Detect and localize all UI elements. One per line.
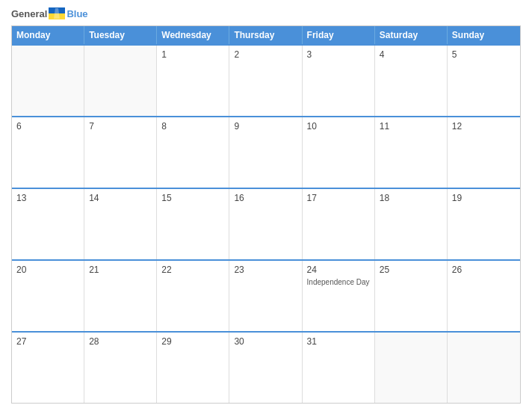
calendar-cell: 23 — [229, 261, 302, 331]
calendar-cell: 5 — [448, 46, 520, 116]
day-number: 20 — [16, 265, 79, 275]
day-number: 19 — [452, 193, 516, 203]
day-number: 27 — [16, 336, 79, 347]
day-number: 31 — [307, 336, 370, 347]
day-number: 2 — [234, 49, 297, 60]
day-number: 25 — [380, 265, 442, 275]
calendar-cell — [448, 333, 520, 403]
logo-general-text: General — [11, 8, 47, 19]
calendar-cell: 11 — [375, 117, 448, 188]
day-number: 11 — [380, 121, 442, 132]
logo: General Blue — [11, 7, 88, 19]
calendar-cell: 29 — [157, 333, 229, 403]
day-number: 30 — [234, 336, 297, 347]
calendar-cell: 15 — [157, 189, 229, 259]
calendar-header-sunday: Sunday — [448, 26, 520, 44]
calendar-header-tuesday: Tuesday — [84, 26, 157, 44]
day-number: 4 — [380, 49, 442, 60]
calendar-cell: 22 — [157, 261, 229, 331]
calendar-week-5: 2728293031 — [12, 331, 520, 403]
calendar-week-1: 12345 — [12, 44, 520, 116]
day-number: 10 — [307, 121, 370, 132]
calendar-cell: 26 — [448, 261, 520, 331]
calendar-cell: 2 — [229, 46, 302, 116]
calendar-header-row: MondayTuesdayWednesdayThursdayFridaySatu… — [12, 26, 520, 44]
calendar-cell: 28 — [84, 333, 157, 403]
calendar-cell: 12 — [448, 117, 520, 188]
calendar-cell: 16 — [229, 189, 302, 259]
calendar-cell: 27 — [12, 333, 84, 403]
logo-flag-icon — [49, 7, 65, 19]
calendar-cell: 13 — [12, 189, 84, 259]
calendar-header-monday: Monday — [12, 26, 84, 44]
day-number: 18 — [380, 193, 442, 203]
logo-blue-text: Blue — [66, 8, 87, 19]
calendar-week-4: 2021222324Independence Day2526 — [12, 259, 520, 331]
day-number: 7 — [89, 121, 152, 132]
day-number: 1 — [161, 49, 224, 60]
calendar-week-2: 6789101112 — [12, 116, 520, 188]
calendar-cell: 9 — [229, 117, 302, 188]
calendar-cell: 10 — [303, 117, 375, 188]
day-number: 14 — [89, 193, 152, 203]
calendar-week-3: 13141516171819 — [12, 188, 520, 259]
day-number: 8 — [161, 121, 224, 132]
calendar-page: General Blue MondayTuesdayWednesdayThurs… — [0, 0, 532, 411]
calendar-cell — [375, 333, 448, 403]
header: General Blue — [11, 7, 521, 19]
day-number: 21 — [89, 265, 152, 275]
calendar-event: Independence Day — [307, 278, 370, 286]
calendar-body: 123456789101112131415161718192021222324I… — [12, 44, 520, 403]
calendar-cell: 17 — [303, 189, 375, 259]
day-number: 6 — [16, 121, 79, 132]
day-number: 28 — [89, 336, 152, 347]
calendar: MondayTuesdayWednesdayThursdayFridaySatu… — [11, 25, 521, 404]
calendar-cell: 31 — [303, 333, 375, 403]
calendar-cell: 21 — [84, 261, 157, 331]
calendar-cell: 30 — [229, 333, 302, 403]
day-number: 24 — [307, 265, 370, 275]
day-number: 16 — [234, 193, 297, 203]
calendar-cell: 6 — [12, 117, 84, 188]
day-number: 12 — [452, 121, 516, 132]
calendar-cell: 3 — [303, 46, 375, 116]
calendar-header-thursday: Thursday — [229, 26, 302, 44]
day-number: 22 — [161, 265, 224, 275]
day-number: 9 — [234, 121, 297, 132]
calendar-cell: 14 — [84, 189, 157, 259]
day-number: 29 — [161, 336, 224, 347]
calendar-cell: 19 — [448, 189, 520, 259]
calendar-header-saturday: Saturday — [375, 26, 448, 44]
day-number: 5 — [452, 49, 516, 60]
day-number: 17 — [307, 193, 370, 203]
calendar-cell: 20 — [12, 261, 84, 331]
calendar-cell — [84, 46, 157, 116]
day-number: 3 — [307, 49, 370, 60]
day-number: 13 — [16, 193, 79, 203]
calendar-header-wednesday: Wednesday — [157, 26, 229, 44]
calendar-cell — [12, 46, 84, 116]
day-number: 15 — [161, 193, 224, 203]
calendar-cell: 25 — [375, 261, 448, 331]
calendar-cell: 8 — [157, 117, 229, 188]
calendar-cell: 24Independence Day — [303, 261, 375, 331]
calendar-cell: 7 — [84, 117, 157, 188]
calendar-cell: 4 — [375, 46, 448, 116]
day-number: 23 — [234, 265, 297, 275]
calendar-cell: 1 — [157, 46, 229, 116]
day-number: 26 — [452, 265, 516, 275]
calendar-header-friday: Friday — [303, 26, 375, 44]
calendar-cell: 18 — [375, 189, 448, 259]
